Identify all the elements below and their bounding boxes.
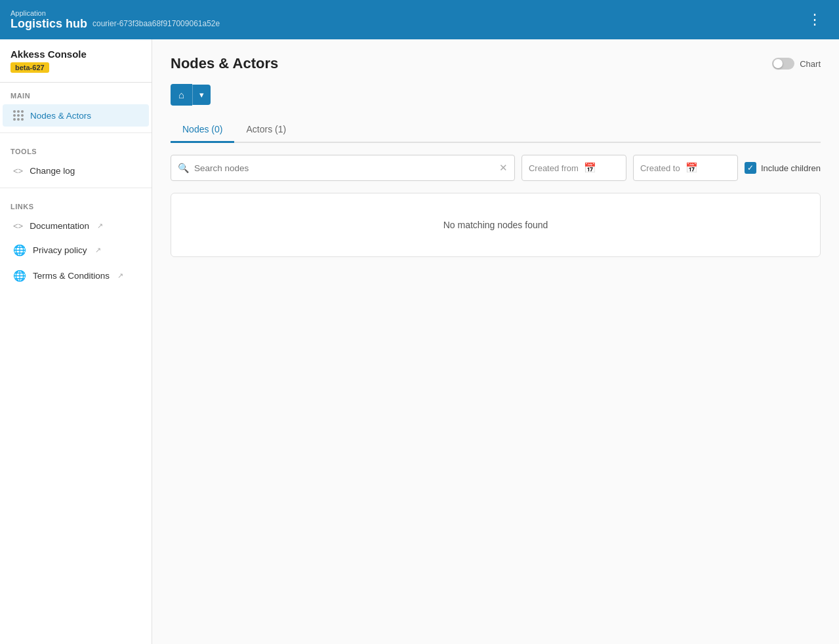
tab-actors[interactable]: Actors (1)	[234, 117, 298, 143]
include-children-label: Include children	[761, 163, 821, 173]
created-to-field[interactable]: Created to 📅	[633, 155, 738, 181]
header-menu-button[interactable]: ⋮	[802, 9, 829, 31]
external-link-icon-3: ↗	[117, 272, 123, 280]
code-icon-doc: <>	[13, 221, 23, 231]
search-wrapper: 🔍 ✕	[171, 155, 515, 181]
app-label: Application	[10, 9, 220, 17]
sidebar-item-label: Terms & Conditions	[33, 271, 110, 281]
tabs-bar: Nodes (0) Actors (1)	[171, 117, 821, 143]
search-clear-button[interactable]: ✕	[499, 162, 508, 174]
sidebar-item-privacy-policy[interactable]: 🌐 Privacy policy ↗	[3, 238, 149, 262]
sidebar-item-label: Documentation	[30, 221, 89, 231]
page-title: Nodes & Actors	[171, 55, 278, 72]
header-left: Application Logistics hub courier-673f3b…	[10, 9, 220, 31]
sidebar: Akkess Console beta-627 MAIN Nodes & Act…	[0, 39, 152, 644]
top-header: Application Logistics hub courier-673f3b…	[0, 0, 839, 39]
created-from-field[interactable]: Created from 📅	[522, 155, 626, 181]
sidebar-item-change-log[interactable]: <> Change log	[3, 160, 149, 182]
external-link-icon: ↗	[97, 222, 103, 230]
chart-label: Chart	[800, 59, 821, 69]
app-subtitle: courier-673f3baa68f917009061a52e	[92, 19, 220, 28]
sidebar-item-label: Nodes & Actors	[30, 111, 91, 121]
sidebar-item-terms-conditions[interactable]: 🌐 Terms & Conditions ↗	[3, 264, 149, 288]
chart-toggle-area: Chart	[772, 58, 821, 70]
sidebar-item-nodes-actors[interactable]: Nodes & Actors	[3, 104, 149, 127]
grid-icon	[13, 110, 24, 121]
sidebar-section-links: LINKS	[0, 193, 152, 214]
sidebar-item-documentation[interactable]: <> Documentation ↗	[3, 215, 149, 237]
main-content: Nodes & Actors Chart ⌂ ▾ Nodes (0) Actor…	[152, 39, 839, 644]
home-bar: ⌂ ▾	[171, 84, 821, 106]
sidebar-section-main: MAIN	[0, 83, 152, 104]
brand-name: Akkess Console	[10, 49, 141, 60]
app-title: Logistics hub	[10, 17, 87, 31]
checkmark-icon: ✓	[747, 163, 754, 172]
search-input[interactable]	[194, 163, 499, 173]
code-icon: <>	[13, 166, 23, 176]
calendar-icon-to: 📅	[686, 162, 698, 174]
include-children-area: ✓ Include children	[745, 162, 821, 174]
sidebar-divider-2	[0, 188, 152, 188]
beta-badge: beta-627	[10, 62, 49, 73]
search-icon: 🔍	[178, 163, 189, 173]
sidebar-brand: Akkess Console beta-627	[0, 39, 152, 83]
globe-icon-privacy: 🌐	[13, 244, 26, 256]
page-header: Nodes & Actors Chart	[171, 55, 821, 72]
external-link-icon-2: ↗	[95, 246, 101, 254]
sidebar-item-label: Change log	[30, 166, 75, 176]
sidebar-divider-1	[0, 132, 152, 133]
chart-toggle-switch[interactable]	[772, 58, 794, 70]
include-children-checkbox[interactable]: ✓	[745, 162, 756, 174]
sidebar-item-label: Privacy policy	[33, 245, 87, 255]
main-layout: Akkess Console beta-627 MAIN Nodes & Act…	[0, 39, 839, 644]
created-to-label: Created to	[640, 163, 680, 173]
chevron-down-icon: ▾	[199, 90, 204, 100]
sidebar-section-tools: TOOLS	[0, 138, 152, 159]
empty-state: No matching nodes found	[171, 193, 821, 257]
tab-nodes[interactable]: Nodes (0)	[171, 117, 234, 143]
home-icon: ⌂	[178, 89, 184, 100]
home-button[interactable]: ⌂	[171, 84, 192, 106]
globe-icon-terms: 🌐	[13, 270, 26, 282]
header-title-row: Logistics hub courier-673f3baa68f9170090…	[10, 17, 220, 31]
toggle-thumb	[773, 59, 783, 68]
created-from-label: Created from	[529, 163, 579, 173]
home-dropdown-button[interactable]: ▾	[192, 85, 211, 105]
empty-message: No matching nodes found	[443, 220, 548, 230]
calendar-icon-from: 📅	[584, 162, 596, 174]
filters-row: 🔍 ✕ Created from 📅 Created to 📅 ✓ Includ…	[171, 155, 821, 181]
